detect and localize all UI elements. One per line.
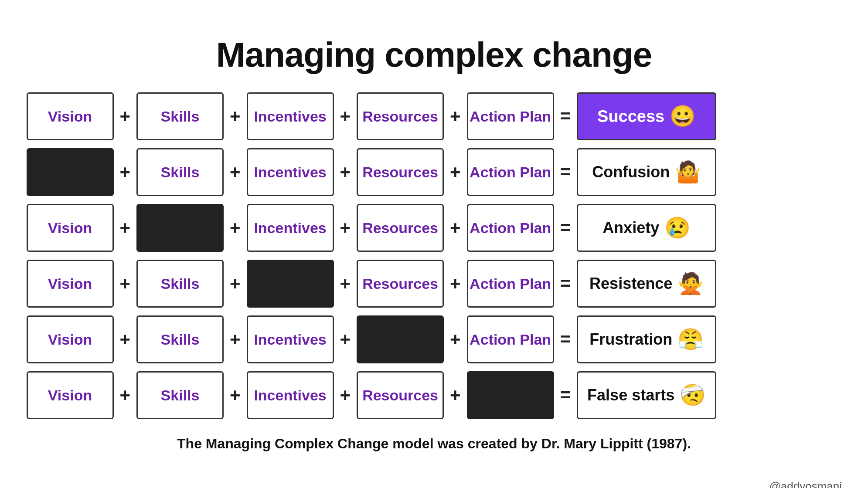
cell-r5-c0: Vision bbox=[27, 371, 114, 419]
cell-r0-c0: Vision bbox=[27, 92, 114, 140]
table-row: Vision+Skills+Incentives+Resources+=Fals… bbox=[27, 371, 842, 419]
operator-symbol: + bbox=[444, 217, 467, 238]
cell-r5-c8 bbox=[467, 371, 554, 419]
cell-r4-c0: Vision bbox=[27, 315, 114, 363]
cell-text: Resistence bbox=[589, 274, 672, 293]
cell-emoji: 😤 bbox=[677, 327, 704, 352]
cell-emoji: 😢 bbox=[664, 216, 691, 240]
cell-text: Anxiety bbox=[602, 219, 659, 237]
footer-text: The Managing Complex Change model was cr… bbox=[26, 436, 842, 452]
cell-text: Success bbox=[597, 107, 664, 126]
operator-symbol: + bbox=[224, 385, 247, 406]
cell-emoji: 🙅 bbox=[677, 271, 704, 296]
cell-text: Incentives bbox=[254, 331, 326, 348]
operator-symbol: + bbox=[334, 162, 357, 183]
cell-text: Resources bbox=[362, 387, 438, 404]
cell-r0-c8: Action Plan bbox=[467, 92, 554, 140]
cell-text: Incentives bbox=[254, 164, 326, 181]
operator-symbol: + bbox=[224, 273, 247, 294]
cell-r1-c6: Resources bbox=[357, 148, 444, 196]
operator-symbol: + bbox=[114, 106, 137, 127]
cell-text: Vision bbox=[48, 220, 92, 237]
operator-symbol: = bbox=[554, 162, 577, 183]
cell-text: Skills bbox=[161, 108, 200, 125]
cell-text: Resources bbox=[362, 164, 438, 181]
operator-symbol: + bbox=[114, 329, 137, 350]
cell-text: Action Plan bbox=[470, 108, 551, 125]
operator-symbol: = bbox=[554, 385, 577, 406]
cell-r3-c8: Action Plan bbox=[467, 260, 554, 308]
operator-symbol: + bbox=[114, 217, 137, 238]
operator-symbol: + bbox=[334, 273, 357, 294]
cell-text: Incentives bbox=[254, 220, 326, 237]
operator-symbol: + bbox=[444, 273, 467, 294]
operator-symbol: + bbox=[334, 385, 357, 406]
cell-r2-c8: Action Plan bbox=[467, 204, 554, 252]
operator-symbol: = bbox=[554, 273, 577, 294]
operator-symbol: + bbox=[224, 329, 247, 350]
operator-symbol: + bbox=[444, 106, 467, 127]
operator-symbol: + bbox=[114, 162, 137, 183]
operator-symbol: + bbox=[114, 273, 137, 294]
grid: Vision+Skills+Incentives+Resources+Actio… bbox=[27, 92, 842, 419]
cell-r1-c2: Skills bbox=[136, 148, 224, 196]
cell-r4-c8: Action Plan bbox=[467, 315, 554, 363]
cell-text: Action Plan bbox=[470, 275, 551, 292]
cell-text: Skills bbox=[161, 331, 200, 348]
cell-text: Vision bbox=[48, 387, 92, 404]
cell-r0-c4: Incentives bbox=[247, 92, 334, 140]
operator-symbol: + bbox=[334, 217, 357, 238]
cell-text: Action Plan bbox=[470, 220, 551, 237]
cell-r1-c10: Confusion🤷 bbox=[577, 148, 716, 196]
table-row: Vision+Skills++Resources+Action Plan=Res… bbox=[27, 260, 842, 308]
cell-text: Skills bbox=[161, 164, 200, 181]
cell-text: Vision bbox=[48, 108, 92, 125]
cell-r2-c2 bbox=[136, 204, 224, 252]
cell-text: Skills bbox=[161, 387, 200, 404]
operator-symbol: + bbox=[224, 106, 247, 127]
operator-symbol: = bbox=[554, 329, 577, 350]
operator-symbol: + bbox=[334, 329, 357, 350]
operator-symbol: + bbox=[444, 385, 467, 406]
table-row: Vision++Incentives+Resources+Action Plan… bbox=[27, 204, 842, 252]
operator-symbol: + bbox=[224, 217, 247, 238]
operator-symbol: + bbox=[224, 162, 247, 183]
cell-r3-c2: Skills bbox=[136, 260, 224, 308]
operator-symbol: = bbox=[554, 217, 577, 238]
cell-r2-c4: Incentives bbox=[247, 204, 334, 252]
cell-emoji: 🤷 bbox=[675, 160, 701, 184]
cell-r3-c6: Resources bbox=[357, 260, 444, 308]
cell-text: Frustration bbox=[589, 330, 672, 349]
cell-r0-c2: Skills bbox=[136, 92, 224, 140]
cell-r2-c0: Vision bbox=[27, 204, 114, 252]
cell-r5-c10: False starts🤕 bbox=[577, 371, 716, 419]
cell-r5-c4: Incentives bbox=[247, 371, 334, 419]
cell-r1-c4: Incentives bbox=[247, 148, 334, 196]
cell-text: False starts bbox=[587, 386, 674, 404]
cell-text: Action Plan bbox=[470, 164, 551, 181]
operator-symbol: = bbox=[554, 106, 577, 127]
operator-symbol: + bbox=[114, 385, 137, 406]
table-row: Vision+Skills+Incentives+Resources+Actio… bbox=[27, 92, 842, 140]
cell-text: Vision bbox=[48, 275, 92, 292]
cell-r4-c6 bbox=[357, 315, 444, 363]
cell-text: Skills bbox=[161, 275, 200, 292]
credit-text: @addyosmani bbox=[769, 480, 842, 488]
cell-text: Resources bbox=[362, 220, 438, 237]
page-wrapper: Managing complex change Vision+Skills+In… bbox=[0, 17, 868, 488]
cell-r1-c8: Action Plan bbox=[467, 148, 554, 196]
cell-r3-c0: Vision bbox=[27, 260, 114, 308]
operator-symbol: + bbox=[444, 162, 467, 183]
table-row: Vision+Skills+Incentives++Action Plan=Fr… bbox=[27, 315, 842, 363]
table-row: +Skills+Incentives+Resources+Action Plan… bbox=[27, 148, 842, 196]
cell-r5-c6: Resources bbox=[357, 371, 444, 419]
cell-text: Incentives bbox=[254, 108, 326, 125]
cell-r2-c6: Resources bbox=[357, 204, 444, 252]
cell-emoji: 🤕 bbox=[680, 383, 706, 407]
cell-r0-c6: Resources bbox=[357, 92, 444, 140]
cell-r3-c4 bbox=[247, 260, 334, 308]
operator-symbol: + bbox=[444, 329, 467, 350]
cell-text: Action Plan bbox=[470, 331, 551, 348]
cell-r2-c10: Anxiety😢 bbox=[577, 204, 716, 252]
cell-r3-c10: Resistence🙅 bbox=[577, 260, 716, 308]
